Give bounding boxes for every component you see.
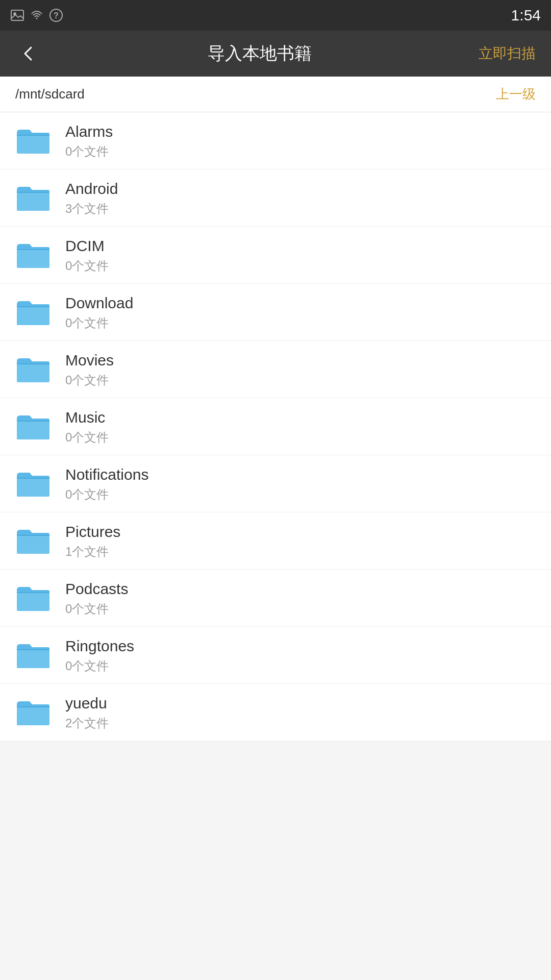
file-name: Ringtones	[65, 636, 134, 656]
question-status-icon: ?	[49, 8, 63, 22]
folder-icon	[15, 240, 51, 271]
file-count: 0个文件	[65, 372, 114, 388]
svg-rect-12	[17, 592, 49, 593]
list-item[interactable]: Movies0个文件	[0, 341, 551, 398]
file-info: DCIM0个文件	[65, 236, 109, 274]
file-count: 3个文件	[65, 201, 118, 217]
svg-rect-5	[17, 192, 49, 193]
file-info: Notifications0个文件	[65, 464, 148, 503]
file-count: 2个文件	[65, 715, 109, 731]
file-count: 0个文件	[65, 486, 148, 503]
file-info: yuedu2个文件	[65, 693, 109, 731]
folder-icon	[15, 297, 51, 328]
file-name: Notifications	[65, 464, 148, 484]
svg-rect-11	[17, 535, 49, 536]
folder-icon	[15, 354, 51, 385]
svg-rect-9	[17, 421, 49, 422]
image-status-icon	[10, 8, 24, 22]
file-name: Download	[65, 293, 133, 313]
list-item[interactable]: Pictures1个文件	[0, 512, 551, 570]
folder-icon	[15, 183, 51, 213]
file-info: Download0个文件	[65, 293, 133, 331]
file-info: Android3个文件	[65, 179, 118, 217]
list-item[interactable]: Notifications0个文件	[0, 455, 551, 512]
list-item[interactable]: Music0个文件	[0, 398, 551, 455]
title-bar: 导入本地书籍 立即扫描	[0, 31, 551, 77]
file-info: Ringtones0个文件	[65, 636, 134, 674]
file-name: Podcasts	[65, 579, 128, 599]
file-count: 0个文件	[65, 658, 134, 674]
file-info: Music0个文件	[65, 407, 109, 446]
svg-rect-8	[17, 363, 49, 364]
file-info: Podcasts0个文件	[65, 579, 128, 617]
file-count: 0个文件	[65, 258, 109, 274]
folder-icon	[15, 126, 51, 156]
svg-rect-4	[17, 135, 49, 136]
wifi-status-icon	[30, 8, 44, 22]
file-count: 0个文件	[65, 601, 128, 617]
list-item[interactable]: Android3个文件	[0, 169, 551, 227]
file-name: Android	[65, 179, 118, 199]
file-info: Alarms0个文件	[65, 121, 113, 160]
file-count: 0个文件	[65, 315, 133, 331]
up-level-button[interactable]: 上一级	[496, 85, 536, 103]
file-name: Music	[65, 407, 109, 427]
folder-icon	[15, 640, 51, 671]
list-item[interactable]: Ringtones0个文件	[0, 627, 551, 684]
page-title: 导入本地书籍	[41, 42, 479, 65]
path-bar: /mnt/sdcard 上一级	[0, 77, 551, 112]
file-count: 0个文件	[65, 143, 113, 160]
svg-text:?: ?	[54, 11, 59, 20]
svg-rect-7	[17, 306, 49, 307]
status-bar: ? 1:54	[0, 0, 551, 31]
back-button[interactable]	[15, 41, 41, 66]
file-list: Alarms0个文件 Android3个文件 DCIM0个文件 Download…	[0, 112, 551, 741]
svg-rect-14	[17, 706, 49, 707]
list-item[interactable]: DCIM0个文件	[0, 227, 551, 284]
svg-rect-13	[17, 649, 49, 650]
file-count: 0个文件	[65, 429, 109, 446]
status-time: 1:54	[511, 7, 541, 24]
list-item[interactable]: yuedu2个文件	[0, 684, 551, 741]
svg-rect-10	[17, 478, 49, 479]
folder-icon	[15, 583, 51, 614]
list-item[interactable]: Download0个文件	[0, 284, 551, 341]
file-name: DCIM	[65, 236, 109, 256]
file-count: 1个文件	[65, 544, 120, 560]
file-name: Movies	[65, 350, 114, 370]
file-name: Alarms	[65, 121, 113, 141]
status-icons: ?	[10, 8, 63, 22]
scan-button[interactable]: 立即扫描	[479, 44, 536, 63]
svg-rect-6	[17, 249, 49, 250]
list-item[interactable]: Alarms0个文件	[0, 112, 551, 169]
svg-rect-0	[11, 10, 23, 20]
file-name: Pictures	[65, 522, 120, 542]
list-item[interactable]: Podcasts0个文件	[0, 570, 551, 627]
folder-icon	[15, 469, 51, 499]
folder-icon	[15, 411, 51, 442]
folder-icon	[15, 526, 51, 556]
file-info: Pictures1个文件	[65, 522, 120, 560]
file-info: Movies0个文件	[65, 350, 114, 388]
folder-icon	[15, 697, 51, 728]
current-path: /mnt/sdcard	[15, 86, 85, 102]
file-name: yuedu	[65, 693, 109, 713]
